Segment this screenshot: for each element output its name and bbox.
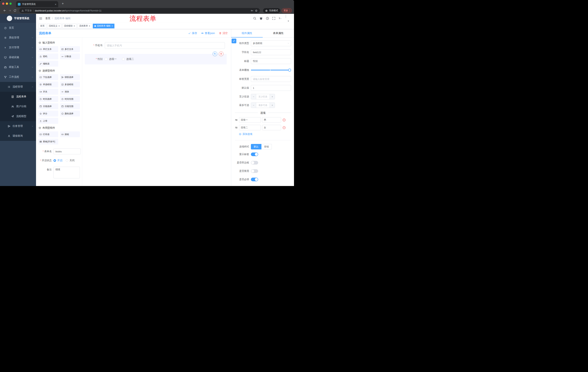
tag-close-icon[interactable]: × xyxy=(74,25,75,27)
slider-handle[interactable] xyxy=(288,69,291,72)
hamburger-icon[interactable] xyxy=(39,17,42,20)
stepper-increase-button[interactable]: + xyxy=(270,103,275,108)
help-icon[interactable] xyxy=(266,17,269,20)
palette-item-select[interactable]: 下拉选择 xyxy=(38,74,58,80)
title-input[interactable] xyxy=(251,58,291,64)
clear-button[interactable]: 清空 xyxy=(219,32,228,35)
sidebar-item-process-form[interactable]: 流程表单 xyxy=(0,92,36,102)
close-window-button[interactable] xyxy=(2,2,4,5)
design-canvas[interactable]: 手机号 性别 选项一 选 xyxy=(82,37,231,186)
forward-button[interactable] xyxy=(7,8,12,13)
form-grid-slider[interactable] xyxy=(251,67,291,73)
palette-item-counter[interactable]: 计数器 xyxy=(60,53,80,59)
sidebar-item-process-model[interactable]: 流程模型 xyxy=(0,111,36,121)
user-menu[interactable] xyxy=(286,15,291,22)
option-label-input[interactable] xyxy=(239,125,261,130)
tag-close-icon[interactable]: × xyxy=(89,25,90,27)
drag-handle-icon[interactable] xyxy=(235,126,238,129)
required-toggle[interactable] xyxy=(251,178,258,181)
github-icon[interactable] xyxy=(259,17,263,20)
checkbox-option-1[interactable]: 选项一 xyxy=(105,57,117,61)
tag-close-icon[interactable]: × xyxy=(58,25,60,27)
sidebar-item-workflow[interactable]: 工作流程 xyxy=(0,72,36,82)
field-name-input[interactable] xyxy=(251,49,291,55)
checkbox-box[interactable] xyxy=(122,58,125,60)
new-tab-button[interactable]: + xyxy=(60,2,65,6)
checkbox-option-2[interactable]: 选项二 xyxy=(122,57,134,61)
copy-component-button[interactable] xyxy=(213,52,217,56)
radio-closed[interactable]: 关闭 xyxy=(66,159,74,162)
sidebar-item-task-management[interactable]: 任务管理 xyxy=(0,121,36,131)
address-bar[interactable]: 不安全 dashboard.yudao.iocoder.cn/bpm/manag… xyxy=(19,8,260,13)
palette-item-single-line-text[interactable]: 单行文本 xyxy=(38,46,58,52)
show-label-toggle[interactable] xyxy=(251,152,258,156)
avatar[interactable] xyxy=(286,15,286,18)
palette-item-row-container[interactable]: 行容器 xyxy=(38,131,58,137)
option-style-button-button[interactable]: 按钮 xyxy=(262,144,272,149)
canvas-field-gender[interactable]: 性别 选项一 选项二 xyxy=(85,54,227,64)
slider-track[interactable] xyxy=(251,70,290,70)
save-button[interactable]: 保存 xyxy=(188,32,197,35)
reload-button[interactable] xyxy=(12,8,18,13)
add-option-button[interactable]: 添加选项 xyxy=(239,132,291,136)
view-json-button[interactable]: 查看json xyxy=(201,32,215,35)
radio-open[interactable]: 开启 xyxy=(53,159,63,162)
sidebar-item-system[interactable]: 系统管理 xyxy=(0,33,36,43)
link-button[interactable] xyxy=(231,39,236,43)
tab-component-props[interactable]: 组件属性 xyxy=(231,29,263,37)
stepper-decrease-button[interactable]: − xyxy=(251,94,256,99)
security-chip[interactable]: 不安全 xyxy=(21,9,32,12)
tag-process-form[interactable]: 流程表单 × xyxy=(77,24,92,28)
sidebar-item-process-management[interactable]: 流程管理 xyxy=(0,82,36,92)
remove-option-icon[interactable] xyxy=(282,126,286,129)
border-toggle[interactable] xyxy=(251,161,258,165)
delete-component-button[interactable] xyxy=(219,52,223,56)
palette-item-switch[interactable]: 开关 xyxy=(38,89,58,95)
palette-item-radio-group[interactable]: 单选框组 xyxy=(38,82,58,87)
canvas-field-phone[interactable]: 手机号 xyxy=(85,40,227,51)
app-logo[interactable]: 芋道管理系统 xyxy=(0,14,36,23)
password-key-icon[interactable] xyxy=(251,9,253,12)
disabled-toggle[interactable] xyxy=(251,169,258,173)
stepper-value[interactable]: 至少应选 xyxy=(256,94,270,99)
fullscreen-window-button[interactable] xyxy=(10,2,12,5)
option-value-input[interactable] xyxy=(262,125,281,130)
fullscreen-icon[interactable] xyxy=(272,17,275,20)
option-label-input[interactable] xyxy=(239,117,261,123)
palette-item-date-range[interactable]: 日期范围 xyxy=(60,103,80,109)
stepper-value[interactable]: 最多可选 xyxy=(256,103,270,108)
tag-process-definition[interactable]: 流程定义 × xyxy=(47,24,62,28)
drag-handle-icon[interactable] xyxy=(235,118,238,121)
minimize-window-button[interactable] xyxy=(6,2,8,5)
tag-process-form-edit[interactable]: 流程表单-编辑 × xyxy=(93,24,115,28)
default-value-input[interactable] xyxy=(251,85,291,91)
palette-item-date-picker[interactable]: 日期选择 xyxy=(38,103,58,109)
sidebar-item-home[interactable]: 首页 xyxy=(0,23,36,33)
sidebar-item-leave-query[interactable]: 请假查询 xyxy=(0,131,36,141)
palette-item-color-picker[interactable]: 颜色选择 xyxy=(60,111,80,117)
browser-menu-icon[interactable] xyxy=(289,10,290,12)
remove-option-icon[interactable] xyxy=(282,118,286,122)
option-style-default-button[interactable]: 默认 xyxy=(251,144,262,149)
checkbox-box[interactable] xyxy=(105,58,107,60)
palette-item-rate[interactable]: 评分 xyxy=(38,111,58,117)
form-remark-textarea[interactable]: 嘿嘿 xyxy=(53,167,80,178)
label-width-input[interactable] xyxy=(251,76,291,82)
phone-input[interactable] xyxy=(105,42,225,49)
palette-item-button[interactable]: 按钮 xyxy=(60,131,80,137)
tab-form-props[interactable]: 表单属性 xyxy=(263,29,294,37)
browser-tab[interactable]: 芋道管理系统 × xyxy=(16,1,58,7)
back-button[interactable] xyxy=(2,8,7,13)
palette-item-slider[interactable]: 滑块 xyxy=(60,89,80,95)
component-type-select[interactable]: 多选框组 xyxy=(251,40,291,46)
palette-item-time-range[interactable]: 时间范围 xyxy=(60,96,80,102)
stepper-increase-button[interactable]: + xyxy=(270,94,275,99)
option-value-input[interactable] xyxy=(262,117,281,123)
palette-item-cascader[interactable]: 级联选择 xyxy=(60,74,80,80)
sidebar-item-user-group[interactable]: 用户分组 xyxy=(0,102,36,111)
breadcrumb-home[interactable]: 首页 xyxy=(45,17,50,20)
form-name-input[interactable] xyxy=(53,149,81,154)
palette-item-multi-line-text[interactable]: 多行文本 xyxy=(60,46,80,52)
palette-item-time-picker[interactable]: 时间选择 xyxy=(38,96,58,102)
palette-item-table[interactable]: 表格[开发中] xyxy=(38,139,58,145)
